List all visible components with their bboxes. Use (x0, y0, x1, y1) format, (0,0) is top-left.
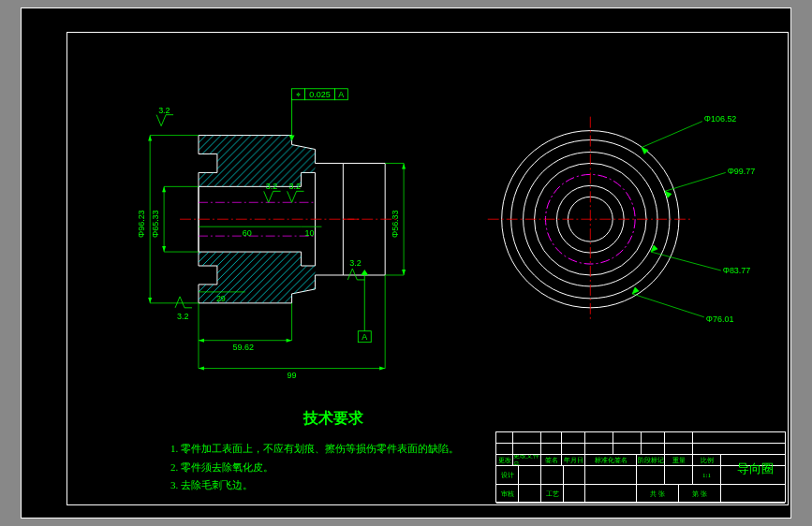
svg-line-38 (651, 252, 721, 270)
tb-r7: 阶段标记 (637, 455, 665, 465)
sf-top-left-icon (156, 115, 173, 126)
dim-inner-len: 60 (243, 228, 252, 238)
tb-r1: 设计 (496, 466, 519, 484)
dim-bottom-w: 59.62 (233, 343, 254, 352)
tb-scale: 1:1 (693, 466, 721, 484)
sf-int1-icon (264, 191, 281, 202)
sf-right: 3.2 (349, 258, 361, 268)
end-dim1: Φ106.52 (704, 114, 737, 124)
svg-line-39 (632, 294, 704, 317)
datum-a: A (358, 270, 371, 343)
svg-line-37 (665, 172, 726, 191)
sf-int2-icon (288, 191, 304, 202)
tech-req-item: 1. 零件加工表面上，不应有划痕、擦伤等损伤零件表面的缺陷。 (170, 440, 459, 459)
tech-req-title: 技术要求 (208, 405, 459, 432)
dim-right-dia: Φ56.33 (391, 210, 400, 238)
end-view: Φ106.52 Φ99.77 Φ83.77 Φ76.01 (488, 114, 756, 324)
sf-int1: 3.2 (266, 182, 277, 191)
gdt-symbol: ⌖ (296, 90, 301, 99)
gdt-frame: ⌖ 0.025 A (289, 89, 348, 141)
gdt-datum-ref: A (338, 90, 344, 99)
dim-total-len: 99 (288, 371, 297, 380)
tb-r9: 比例 (693, 455, 721, 465)
end-dim3: Φ83.77 (723, 266, 751, 275)
sf-bl-icon (175, 297, 192, 308)
tb-r4: 标准化签名 (585, 455, 637, 465)
datum-label: A (362, 332, 367, 342)
gdt-tol: 0.025 (309, 90, 330, 99)
part-name: 导向圈 (737, 460, 774, 477)
tech-req-item: 3. 去除毛刺飞边。 (170, 476, 459, 495)
sf-top-left: 3.2 (158, 106, 170, 115)
section-view: Φ96.23 Φ65.33 Φ56.33 99 59.62 60 10 29 3… (137, 89, 406, 380)
tb-h4: 年月日 (562, 455, 585, 465)
svg-line-36 (642, 122, 702, 148)
title-block: 更改 更改文件号 签名 年月日 标准化签名 阶段标记 重量 比例 设计 1:1 … (495, 431, 786, 503)
tb-r10: 共 张 (637, 485, 679, 503)
end-dim2: Φ99.77 (728, 167, 756, 176)
tb-r3: 工艺 (541, 485, 564, 503)
dim-left-step: 29 (216, 294, 226, 303)
sf-int2: 3.2 (289, 182, 301, 191)
app-frame: Φ96.23 Φ65.33 Φ56.33 99 59.62 60 10 29 3… (21, 7, 791, 519)
tb-h2: 更改文件号 (513, 455, 541, 465)
dim-outer-dia: Φ96.23 (137, 210, 146, 238)
tech-requirements: 技术要求 1. 零件加工表面上，不应有划痕、擦伤等损伤零件表面的缺陷。 2. 零… (170, 405, 459, 495)
end-dim4: Φ76.01 (706, 314, 734, 324)
drawing-border: Φ96.23 Φ65.33 Φ56.33 99 59.62 60 10 29 3… (66, 32, 789, 505)
tb-r8: 重量 (665, 455, 693, 465)
dim-step-w: 10 (305, 228, 315, 238)
tech-req-item: 2. 零件须去除氧化皮。 (170, 459, 459, 477)
tb-r2: 审核 (496, 485, 519, 503)
tb-h1: 更改 (496, 455, 513, 465)
tb-r11: 第 张 (679, 485, 721, 503)
tb-h3: 签名 (541, 455, 562, 465)
sf-bl: 3.2 (177, 312, 188, 321)
dim-inner-dia: Φ65.33 (151, 210, 160, 238)
